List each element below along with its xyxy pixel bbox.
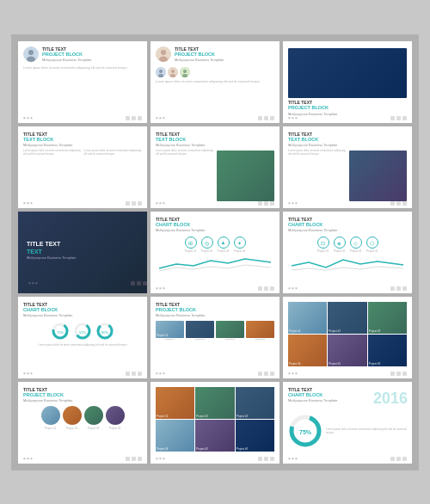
circle-item-4: Project #4 <box>106 406 125 430</box>
slide-9-tagline: Multipurpose Business Template <box>288 228 407 232</box>
slide-grid: TITLE TEXT PROJECT BLOCK Multipurpose Bu… <box>11 34 419 470</box>
svg-point-10 <box>171 70 175 73</box>
slide-1: TITLE TEXT PROJECT BLOCK Multipurpose Bu… <box>18 41 147 123</box>
proj-label-2: Project #2 <box>201 249 213 253</box>
circle-label-3: Project #3 <box>88 427 100 430</box>
circle-photo-4 <box>106 406 125 425</box>
grid-label-14-3: Project #3 <box>236 415 249 418</box>
slide-11-subtitle: PROJECT BLOCK <box>156 307 274 313</box>
avatar-group <box>156 67 274 77</box>
grid-cell-3: Project #3 <box>368 302 407 334</box>
svg-text:70%: 70% <box>57 330 64 335</box>
text-col-2: Lorem ipsum dolor sit amet consectetur a… <box>84 149 143 202</box>
slide-6-subtitle: TEXT BLOCK <box>288 137 407 143</box>
circle-item-3: Project #3 <box>84 406 103 430</box>
slide-7: TITLE TEXT TEXT Multipurpose Business Te… <box>18 212 147 293</box>
svg-point-8 <box>158 74 163 77</box>
slide-5-tagline: Multipurpose Business Template <box>156 143 274 147</box>
slide-10-tagline: Multipurpose Business Template <box>23 313 142 317</box>
slide-15-body: Lorem ipsum dolor sit amet consectetur a… <box>326 427 407 434</box>
icon-circle-4: ✦ <box>234 237 246 249</box>
slide-15: TITLE TEXT CHART BLOCK Multipurpose Busi… <box>283 382 412 464</box>
slide-12-footer: ▣ ▣ ▣ <box>288 372 407 376</box>
slide-5-subtitle: TEXT BLOCK <box>156 137 274 143</box>
grid-label-14-2: Project #2 <box>196 415 208 418</box>
slide-2-footer: ▣ ▣ ▣ <box>156 116 274 120</box>
slide-12: Project #1 Project #2 Project #3 Project… <box>283 297 412 378</box>
slide-8-tagline: Multipurpose Business Template <box>156 228 274 232</box>
slide-10-footer: ▣ ▣ ▣ <box>23 372 142 376</box>
svg-point-11 <box>170 74 175 77</box>
icon-circle-9-1: ⊡ <box>317 237 329 249</box>
slide-4-subtitle: TEXT BLOCK <box>23 137 142 143</box>
slide-5-footer: ▣ ▣ ▣ <box>156 201 274 206</box>
avatar-male <box>23 46 39 62</box>
svg-text:80%: 80% <box>101 330 108 335</box>
footer-icons-3 <box>390 116 407 120</box>
proj-label-9-4: Project #4 <box>366 249 378 253</box>
slide-13-subtitle: PROJECT BLOCK <box>23 392 142 398</box>
proj-label-9-2: Project #2 <box>334 249 346 253</box>
slide-6-tagline: Multipurpose Business Template <box>288 143 407 147</box>
grid-cell-5: Project #5 <box>328 335 366 366</box>
donut-1: 70% <box>51 322 70 341</box>
grid-label-2: Project #2 <box>329 329 341 333</box>
icon-item-4: ✦ Project #4 <box>234 237 246 253</box>
slide-6-body: Lorem ipsum dolor sit amet consectetur a… <box>288 149 346 202</box>
footer-icons <box>126 116 142 120</box>
proj-label-4: Project #4 <box>234 249 246 253</box>
circle-item-1: Project #1 <box>41 406 60 430</box>
slide-11: TITLE TEXT PROJECT BLOCK Multipurpose Bu… <box>150 297 280 378</box>
icon-item-9-4: ⬡ Project #4 <box>366 237 378 253</box>
grid-label-6: Project #6 <box>369 362 381 366</box>
slide-11-footer: ▣ ▣ ▣ <box>156 372 274 376</box>
grid-cell-14-4: Project #4 <box>156 420 194 452</box>
grid-cell-14-1: Project #1 <box>156 387 194 419</box>
slide-9-icons: ⊡ Project #1 ◈ Project #2 ◇ Project #3 ⬡… <box>288 237 407 253</box>
grid-cell-6: Project #6 <box>368 335 407 366</box>
slide-13-tagline: Multipurpose Business Template <box>23 398 142 403</box>
slide-15-footer: ▣ ▣ ▣ <box>288 457 407 461</box>
grid-label-14-1: Project #1 <box>157 415 169 418</box>
slide-9-subtitle: CHART BLOCK <box>288 222 407 228</box>
slide-9-footer: ▣ ▣ ▣ <box>288 286 407 291</box>
proj-thumb-grid: Project #1 Project #1 Project #2 Project… <box>156 321 274 341</box>
grid-label-3: Project #3 <box>369 329 381 333</box>
slide-2-subtitle: PROJECT BLOCK <box>175 52 274 58</box>
icon-circle-9-2: ◈ <box>334 237 346 249</box>
circle-photo-1 <box>41 406 60 425</box>
grid-cell-14-2: Project #2 <box>195 387 234 419</box>
grid-label-4: Project #4 <box>289 362 301 366</box>
proj-name-11-3: Project #3 <box>216 338 244 341</box>
icon-circle-3: ▲ <box>218 237 230 249</box>
icon-circle-2: ◎ <box>201 237 213 249</box>
icon-item-9-3: ◇ Project #3 <box>350 237 362 253</box>
proj-thumb-1: Project #1 Project #1 <box>156 321 184 341</box>
slide-1-tagline: Multipurpose Business Template <box>42 58 142 62</box>
slide-14: Project #1 Project #2 Project #3 Project… <box>150 382 280 464</box>
circle-photo-row: Project #1 Project #2 Project #3 Project… <box>23 406 142 430</box>
slide-8: TITLE TEXT CHART BLOCK Multipurpose Busi… <box>150 212 280 293</box>
footer-logo-3: ▣ ▣ ▣ <box>288 116 298 120</box>
big-donut: 75% <box>288 414 322 448</box>
footer-icons-2 <box>258 116 274 120</box>
slide-7-footer: ▣ ▣ ▣ <box>28 281 147 286</box>
footer-logo-2: ▣ ▣ ▣ <box>156 116 165 120</box>
grid-cell-14-5: Project #5 <box>195 420 234 452</box>
proj-label-9-3: Project #3 <box>350 249 362 253</box>
circle-item-2: Project #2 <box>63 406 82 430</box>
proj-name-11-1: Project #1 <box>156 338 184 341</box>
icon-circle-9-3: ◇ <box>350 237 362 249</box>
proj-thumb-4: Project #4 <box>246 321 274 341</box>
slide-14-footer: ▣ ▣ ▣ <box>156 457 274 461</box>
proj-label-9-1: Project #1 <box>317 249 329 253</box>
year-display: 2016 <box>373 390 408 406</box>
slide-4-text-cols: Lorem ipsum dolor sit amet consectetur a… <box>23 149 142 202</box>
slide-6-footer: ▣ ▣ ▣ <box>288 201 407 206</box>
icon-item-9-1: ⊡ Project #1 <box>317 237 329 253</box>
slide-6-two-col: Lorem ipsum dolor sit amet consectetur a… <box>288 149 407 202</box>
line-chart-8 <box>156 255 274 273</box>
slide-6: TITLE TEXT TEXT BLOCK Multipurpose Busin… <box>283 126 412 208</box>
proj-name-11-2: Project #2 <box>186 338 214 341</box>
slide-3: TITLE TEXT PROJECT BLOCK Multipurpose Bu… <box>283 41 412 123</box>
